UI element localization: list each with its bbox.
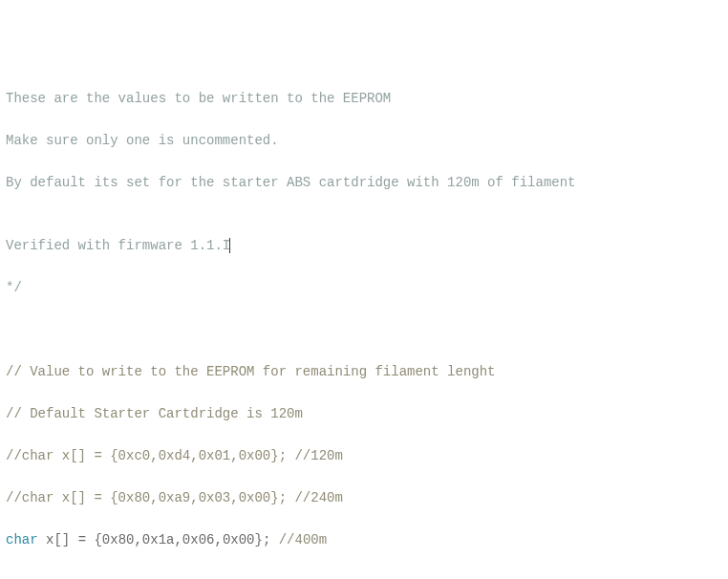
block-comment-close: */	[6, 277, 722, 298]
comment-filament-header-2: // Default Starter Cartdridge is 120m	[6, 403, 722, 424]
block-comment-line-cursor: Verified with firmware 1.1.I	[6, 235, 722, 256]
block-comment-text: Verified with firmware 1.1.I	[6, 238, 230, 253]
active-filament-line: char x[] = {0x80,0x1a,0x06,0x00}; //400m	[6, 529, 722, 550]
disabled-filament-240: //char x[] = {0x80,0xa9,0x03,0x00}; //24…	[6, 487, 722, 508]
block-comment-line: These are the values to be written to th…	[6, 88, 722, 109]
brackets: []	[54, 532, 70, 547]
blank-line	[6, 571, 722, 579]
equals: =	[70, 532, 94, 547]
disabled-filament-120: //char x[] = {0xc0,0xd4,0x01,0x00}; //12…	[6, 445, 722, 466]
initializer: {0x80,0x1a,0x06,0x00};	[94, 532, 270, 547]
comment-filament-header-1: // Value to write to the EEPROM for rema…	[6, 361, 722, 382]
trailing-comment: //400m	[270, 532, 327, 547]
block-comment-line: By default its set for the starter ABS c…	[6, 172, 722, 193]
keyword-char: char	[6, 532, 38, 547]
text-cursor	[229, 238, 230, 253]
blank-line	[6, 319, 722, 340]
block-comment-line: Make sure only one is uncommented.	[6, 130, 722, 151]
